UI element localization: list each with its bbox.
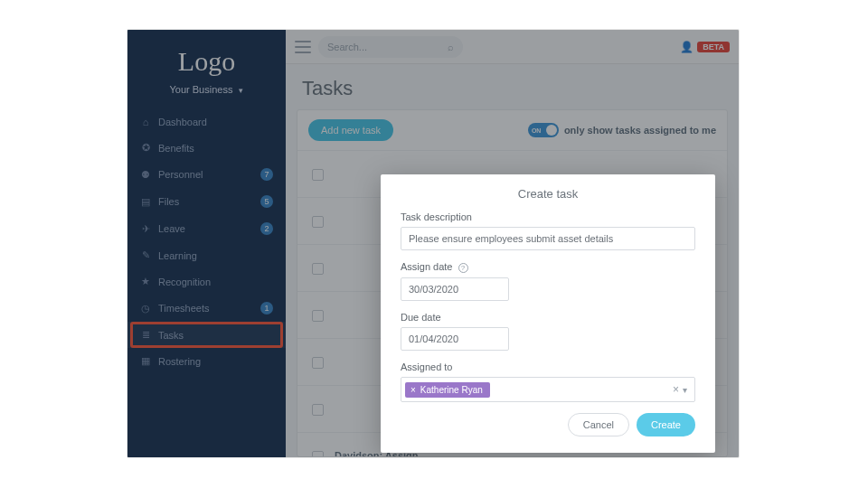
assign-date-input[interactable]	[401, 277, 509, 301]
create-task-modal: Create task Task description Assign date…	[381, 174, 715, 453]
assigned-to-input[interactable]: × Katherine Ryan × ▾	[401, 377, 695, 402]
remove-tag-icon[interactable]: ×	[410, 385, 416, 395]
due-date-label: Due date	[401, 312, 695, 323]
assignee-tag[interactable]: × Katherine Ryan	[405, 382, 490, 398]
assigned-to-label: Assigned to	[401, 361, 695, 372]
assign-date-label: Assign date ?	[401, 261, 695, 273]
help-icon[interactable]: ?	[458, 263, 468, 273]
task-description-input[interactable]	[401, 227, 695, 250]
modal-title: Create task	[401, 187, 695, 201]
due-date-input[interactable]	[401, 327, 509, 351]
create-button[interactable]: Create	[637, 413, 695, 436]
task-description-label: Task description	[401, 211, 695, 222]
cancel-button[interactable]: Cancel	[568, 413, 629, 436]
chevron-down-icon[interactable]: ▾	[681, 385, 689, 395]
clear-all-icon[interactable]: ×	[671, 383, 681, 396]
assignee-name: Katherine Ryan	[420, 385, 483, 395]
